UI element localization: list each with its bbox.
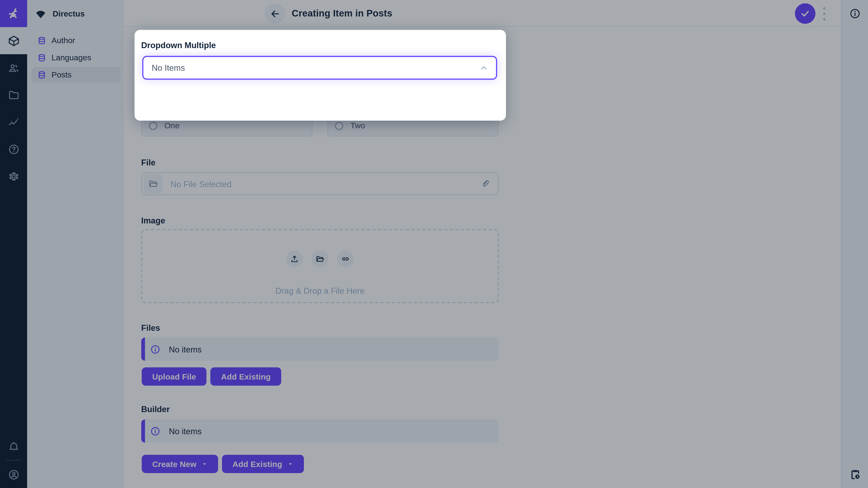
- directus-app: Directus Author Languages Posts: [0, 0, 868, 488]
- chevron-up-icon: [479, 63, 489, 73]
- dropdown-multiple-select[interactable]: No Items: [142, 56, 497, 79]
- select-value: No Items: [152, 63, 479, 72]
- dropdown-multiple-popover: Dropdown Multiple No Items: [134, 30, 506, 121]
- dropdown-multiple-label: Dropdown Multiple: [141, 40, 216, 50]
